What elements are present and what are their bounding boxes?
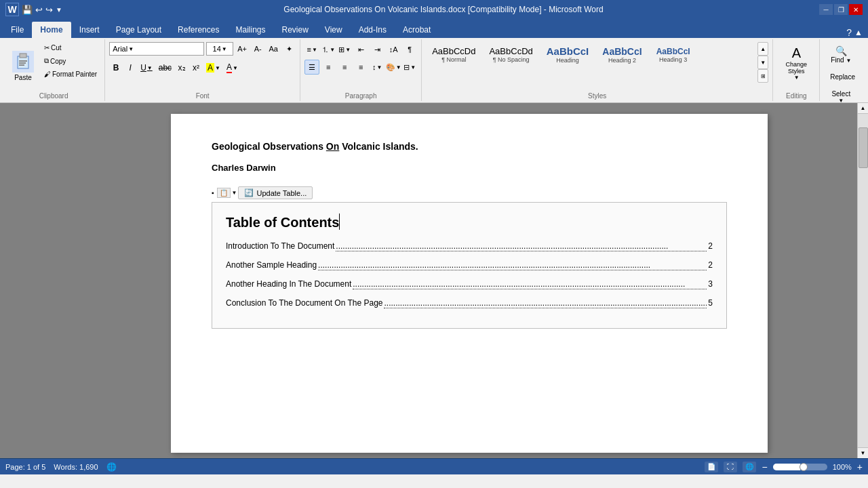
title-bar: W 💾 ↩ ↪ ▼ Geological Observations On Vol… — [0, 0, 868, 19]
editing-label: Editing — [777, 92, 815, 101]
style-h3-preview: AaBbCcI — [656, 47, 690, 56]
show-formatting-button[interactable]: ¶ — [402, 42, 417, 57]
scroll-thumb[interactable] — [859, 127, 868, 168]
update-table-label: Update Table... — [256, 189, 307, 197]
toc-entry-3[interactable]: Another Heading In The Document ........… — [226, 279, 713, 291]
bullets-button[interactable]: ≡▼ — [304, 42, 319, 57]
document-page[interactable]: Geological Observations On Volcanic Isla… — [171, 114, 768, 453]
toc-entry-4[interactable]: Conclusion To The Document On The Page .… — [226, 298, 713, 310]
word-count: Words: 1,690 — [54, 463, 98, 471]
shading-button[interactable]: 🎨▼ — [386, 60, 401, 75]
ribbon-help-icon[interactable]: ? — [846, 27, 852, 38]
toc-entry-1[interactable]: Introduction To The Document ...........… — [226, 241, 713, 253]
print-layout-button[interactable]: 📄 — [705, 462, 718, 472]
ribbon-content: Paste ✂ Cut ⧉ Copy 🖌 Format Painter Clip… — [0, 38, 868, 103]
font-name-dropdown-icon: ▼ — [128, 46, 134, 52]
strikethrough-button[interactable]: abc — [156, 60, 174, 75]
tab-file[interactable]: File — [3, 22, 32, 38]
customize-icon[interactable]: ▼ — [56, 6, 62, 14]
replace-button[interactable]: Replace — [824, 70, 861, 84]
style-heading1[interactable]: AaBbCcI Heading — [540, 42, 595, 67]
close-button[interactable]: ✕ — [849, 4, 863, 15]
align-right-button[interactable]: ≡ — [337, 60, 352, 75]
decrease-font-button[interactable]: A- — [251, 42, 264, 56]
style-heading2[interactable]: AaBbCcI Heading 2 — [596, 42, 648, 67]
text-highlight-button[interactable]: A ▼ — [203, 60, 223, 75]
style-h2-preview: AaBbCcI — [602, 46, 642, 57]
tab-mailings[interactable]: Mailings — [227, 22, 273, 38]
align-left-button[interactable]: ☰ — [304, 60, 319, 75]
font-size-selector[interactable]: 14 ▼ — [206, 42, 233, 56]
format-painter-button[interactable]: 🖌 Format Painter — [41, 68, 100, 80]
increase-indent-button[interactable]: ⇥ — [370, 42, 384, 57]
styles-more[interactable]: ⊞ — [757, 69, 768, 83]
align-center-button[interactable]: ≡ — [321, 60, 336, 75]
document-author: Charles Darwin — [212, 163, 727, 173]
font-name-selector[interactable]: Arial ▼ — [109, 42, 204, 56]
find-button[interactable]: 🔍 Find ▼ — [824, 42, 858, 67]
copy-button[interactable]: ⧉ Copy — [41, 55, 100, 67]
vertical-scrollbar[interactable]: ▲ ▼ — [857, 103, 868, 458]
zoom-slider[interactable] — [773, 464, 827, 470]
toc-marker-icon: ▪ — [212, 189, 214, 197]
tab-addins[interactable]: Add-Ins — [351, 22, 395, 38]
multilevel-list-button[interactable]: ⊞▼ — [337, 42, 352, 57]
save-icon[interactable]: 💾 — [22, 5, 33, 15]
redo-icon[interactable]: ↪ — [45, 5, 53, 15]
clear-formatting-button[interactable]: ✦ — [282, 42, 296, 56]
style-normal[interactable]: AaBbCcDd ¶ Normal — [426, 42, 481, 67]
zoom-out-button[interactable]: − — [762, 462, 767, 472]
scroll-down-button[interactable]: ▼ — [858, 447, 869, 458]
zoom-in-button[interactable]: + — [857, 462, 863, 472]
toc-entry-2[interactable]: Another Sample Heading .................… — [226, 260, 713, 272]
minimize-button[interactable]: ─ — [819, 4, 833, 15]
document-area[interactable]: Geological Observations On Volcanic Isla… — [81, 103, 857, 458]
underline-button[interactable]: U▼ — [138, 60, 155, 75]
font-size-dropdown-icon: ▼ — [222, 46, 227, 52]
subscript-button[interactable]: x₂ — [175, 60, 189, 75]
change-styles-button[interactable]: A ChangeStyles ▼ — [777, 42, 815, 84]
undo-icon[interactable]: ↩ — [35, 5, 43, 15]
superscript-button[interactable]: x² — [189, 60, 203, 75]
scroll-up-button[interactable]: ▲ — [858, 103, 869, 114]
numbering-button[interactable]: ⒈▼ — [321, 42, 336, 57]
toc-title: Table of Contents — [226, 214, 713, 230]
left-margin — [0, 103, 81, 458]
font-color-button[interactable]: A ▼ — [224, 60, 241, 75]
justify-button[interactable]: ≡ — [353, 60, 368, 75]
tab-references[interactable]: References — [170, 22, 227, 38]
tab-page-layout[interactable]: Page Layout — [108, 22, 170, 38]
style-heading3[interactable]: AaBbCcI Heading 3 — [650, 42, 697, 67]
tab-insert[interactable]: Insert — [71, 22, 108, 38]
full-screen-button[interactable]: ⛶ — [724, 462, 737, 472]
line-spacing-button[interactable]: ↕▼ — [370, 60, 384, 75]
toc-box[interactable]: Table of Contents Introduction To The Do… — [212, 202, 727, 329]
style-no-spacing[interactable]: AaBbCcDd ¶ No Spacing — [483, 42, 538, 67]
zoom-thumb[interactable] — [800, 463, 808, 471]
tab-acrobat[interactable]: Acrobat — [395, 22, 439, 38]
italic-button[interactable]: I — [123, 60, 137, 75]
cut-button[interactable]: ✂ Cut — [41, 42, 100, 54]
paragraph-row2: ☰ ≡ ≡ ≡ ↕▼ 🎨▼ ⊟▼ — [304, 60, 417, 75]
paste-button[interactable]: Paste — [7, 42, 39, 89]
bold-button[interactable]: B — [109, 60, 123, 75]
change-case-button[interactable]: Aa — [267, 42, 280, 56]
toc-icon-dropdown[interactable]: ▼ — [232, 190, 237, 196]
tab-view[interactable]: View — [317, 22, 351, 38]
tab-review[interactable]: Review — [273, 22, 316, 38]
ribbon-collapse-icon[interactable]: ▲ — [854, 28, 863, 37]
styles-scroll-down[interactable]: ▼ — [757, 56, 768, 69]
borders-button[interactable]: ⊟▼ — [402, 60, 417, 75]
style-h2-label: Heading 2 — [608, 57, 636, 64]
restore-button[interactable]: ❐ — [834, 4, 848, 15]
sort-button[interactable]: ↕A — [386, 42, 401, 57]
update-table-button[interactable]: 🔄 Update Table... — [238, 186, 313, 199]
increase-font-button[interactable]: A+ — [235, 42, 249, 56]
tab-home[interactable]: Home — [32, 22, 71, 38]
svg-rect-2 — [19, 60, 27, 62]
web-layout-button[interactable]: 🌐 — [743, 462, 756, 472]
decrease-indent-button[interactable]: ⇤ — [353, 42, 368, 57]
styles-scroll-up[interactable]: ▲ — [757, 42, 768, 56]
replace-label: Replace — [830, 73, 855, 81]
styles-scroll: ▲ ▼ ⊞ — [757, 42, 768, 83]
